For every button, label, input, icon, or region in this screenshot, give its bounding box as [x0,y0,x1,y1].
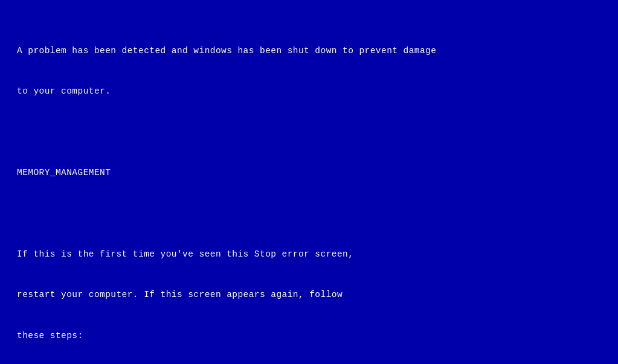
blank1 [17,126,599,139]
bsod-screen: A problem has been detected and windows … [0,0,618,364]
error-code: MEMORY_MANAGEMENT [17,166,599,179]
first-time-1: If this is the first time you've seen th… [17,247,599,261]
first-time-3: these steps: [17,329,599,342]
intro-line2: to your computer. [17,85,599,98]
blank2 [17,207,599,220]
first-time-2: restart your computer. If this screen ap… [17,288,599,301]
intro-line1: A problem has been detected and windows … [17,44,599,57]
